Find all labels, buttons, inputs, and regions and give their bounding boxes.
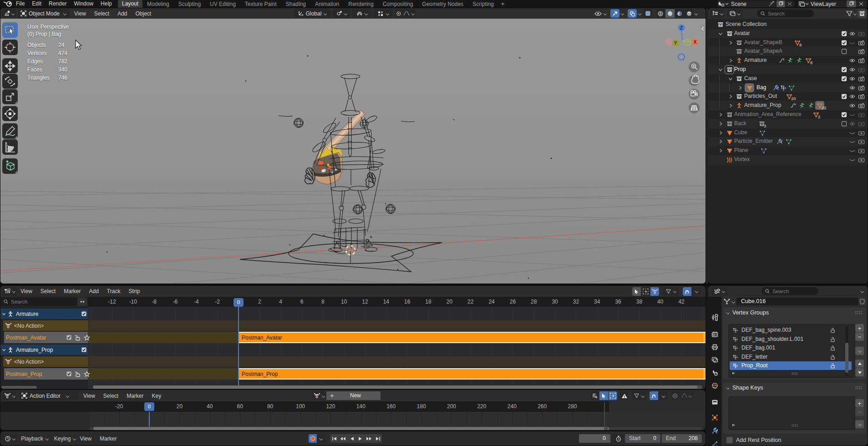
svg-text:Y: Y: [674, 41, 677, 46]
svg-text:X: X: [694, 40, 697, 45]
svg-text:Z: Z: [680, 25, 683, 30]
